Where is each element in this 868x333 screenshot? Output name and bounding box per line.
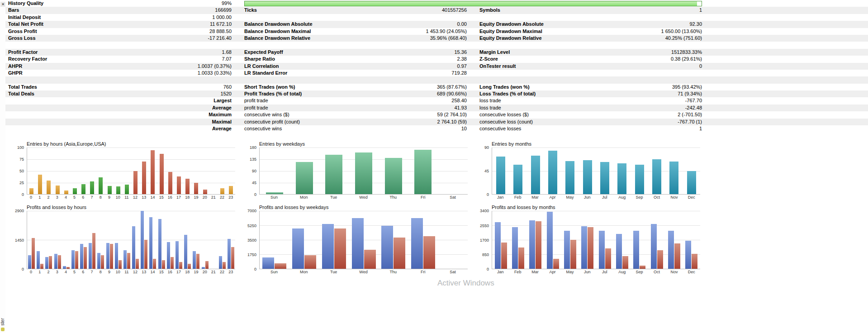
- bar: [29, 188, 33, 194]
- x-tick-label: Fri: [408, 269, 438, 275]
- x-tick-label: Wed: [349, 195, 379, 200]
- bar-group: [175, 147, 183, 194]
- x-tick-label: Jul: [596, 269, 613, 275]
- y-tick-label: 0: [22, 192, 24, 197]
- bar: [193, 251, 196, 269]
- bar: [40, 264, 43, 269]
- stat-value: 1 453.90 (24.05%): [388, 28, 467, 35]
- plot-area: [492, 211, 700, 269]
- bar-group: [105, 147, 114, 194]
- bar-group: [148, 211, 157, 269]
- x-tick-label: 8: [96, 269, 105, 275]
- stat-value: 719.28: [388, 70, 467, 76]
- stat-value: 59 (2 764.10): [388, 111, 467, 118]
- bar-group: [683, 147, 700, 194]
- stat-label: Total Deals: [5, 90, 155, 97]
- bar-group: [79, 211, 88, 269]
- bar: [231, 247, 234, 269]
- x-tick-label: 21: [209, 195, 218, 200]
- stat-label: [479, 70, 621, 76]
- x-tick-label: 11: [122, 269, 131, 275]
- bar-group: [140, 147, 148, 194]
- bar-group: [200, 211, 209, 269]
- bar: [325, 155, 342, 194]
- x-tick-label: 2: [44, 269, 52, 275]
- bar-group: [509, 147, 526, 194]
- stat-label: Profit Trades (% of total): [244, 90, 388, 97]
- x-tick-label: Jan: [492, 195, 509, 200]
- tester-tab[interactable]: ster: [0, 318, 5, 326]
- x-tick-label: 13: [140, 269, 148, 275]
- x-tick-label: Aug: [613, 195, 631, 200]
- stat-value: 0.38 (29.61%): [621, 56, 702, 62]
- chart-title: Profits and losses by months: [470, 204, 703, 211]
- chart-title: Entries by weekdays: [238, 141, 470, 147]
- stat-label: OnTester result: [479, 63, 621, 70]
- bar-group: [157, 147, 166, 194]
- stat-label: Total Net Profit: [5, 21, 155, 28]
- stat-value: 1 000.00: [155, 14, 232, 21]
- stat-label: [244, 42, 388, 48]
- bar-group: [349, 147, 379, 194]
- stat-label: GHPR: [5, 70, 155, 76]
- bar-group: [492, 211, 509, 269]
- bar: [640, 266, 645, 269]
- x-tick-label: 21: [209, 269, 218, 275]
- bar-group: [44, 147, 53, 194]
- bar-group: [544, 211, 561, 269]
- bar: [144, 240, 147, 269]
- bar-group: [36, 211, 44, 269]
- x-tick-label: Apr: [544, 195, 561, 200]
- stat-value: -767.70 (1): [621, 119, 702, 125]
- bar: [633, 231, 639, 269]
- y-tick-label: 135: [250, 157, 256, 162]
- chart-entries-by-weekdays: Entries by weekdays04590135180SunMonTueW…: [238, 141, 470, 200]
- y-tick-label: 45: [252, 181, 256, 185]
- stat-label: consecutive wins ($): [244, 111, 388, 118]
- stat-label: consecutive loss (count): [479, 119, 621, 125]
- x-tick-label: May: [561, 269, 579, 275]
- backtest-stats-table: History Quality99%Bars166699Ticks4015572…: [5, 0, 868, 132]
- stat-value: 99%: [155, 0, 232, 7]
- bar: [685, 241, 691, 269]
- stats-row: Gross Loss-17 216.40Balance Drawdown Rel…: [5, 35, 868, 42]
- bar-group: [596, 211, 613, 269]
- stat-value: 689 (90.66%): [388, 90, 467, 97]
- stat-value: [621, 76, 702, 83]
- x-tick-label: Apr: [544, 269, 561, 275]
- bar-group: [123, 147, 131, 194]
- chart-body: 014502900: [5, 211, 238, 269]
- bar: [73, 188, 77, 194]
- chart-profits-and-losses-by-months: Profits and losses by months085017002550…: [470, 204, 703, 275]
- x-tick-label: Sep: [631, 269, 648, 275]
- x-tick-label: 5: [70, 195, 79, 200]
- y-axis: 01750350052507000: [238, 211, 259, 269]
- x-tick-label: 12: [131, 269, 139, 275]
- x-tick-label: 17: [174, 195, 183, 200]
- bar: [262, 257, 274, 269]
- stat-label: consecutive profit (count): [244, 119, 388, 125]
- bar-group: [27, 211, 36, 269]
- bar-group: [131, 211, 140, 269]
- x-axis: SunMonTueWedThuFriSat: [259, 269, 468, 275]
- bar: [127, 253, 130, 269]
- x-tick-label: Jun: [579, 269, 596, 275]
- bar-group: [148, 147, 157, 194]
- x-tick-label: Jul: [596, 195, 613, 200]
- x-tick-label: Feb: [509, 195, 526, 200]
- y-tick-label: 180: [250, 145, 256, 150]
- bar-group: [492, 147, 509, 194]
- y-tick-label: 50: [19, 169, 24, 173]
- bar-group: [114, 147, 123, 194]
- bar: [202, 267, 205, 269]
- chart-profits-and-losses-by-weekdays: Profits and losses by weekdays0175035005…: [238, 204, 470, 275]
- bar: [89, 243, 92, 269]
- stat-label: loss trade: [479, 105, 621, 111]
- close-panel-button[interactable]: ✕: [0, 2, 5, 7]
- stat-value: 1512833.33%: [621, 49, 702, 56]
- stat-value: 365 (87.67%): [388, 84, 467, 90]
- bar: [92, 233, 95, 269]
- x-tick-label: Dec: [683, 269, 700, 275]
- x-tick-label: 19: [192, 195, 200, 200]
- x-tick-label: Dec: [683, 195, 700, 200]
